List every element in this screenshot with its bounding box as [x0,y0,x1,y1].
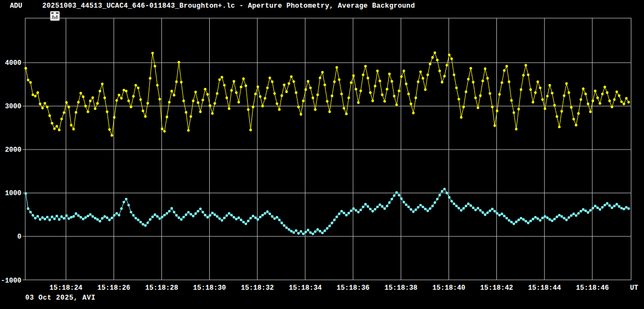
x-tick-label: 15:18:38 [384,284,417,292]
data-point [266,211,269,213]
data-point [41,107,44,109]
data-point [182,216,185,218]
data-point [80,216,82,219]
data-point [494,210,496,213]
data-point [226,97,228,100]
plot-border [25,18,631,280]
data-point [27,79,30,81]
data-point [383,100,386,103]
data-point [53,218,56,220]
data-point [369,91,372,94]
data-point [122,89,125,91]
data-point [362,206,365,208]
data-point [101,217,104,220]
data-point [357,101,360,104]
x-tick-label: 15:18:34 [289,284,322,292]
data-point [431,205,434,207]
x-tick-label: 15:18:42 [480,284,513,292]
series-line [26,53,629,136]
data-point [501,213,503,216]
data-point [462,207,465,210]
data-point [204,88,206,91]
data-point [206,93,209,96]
data-point [175,214,178,217]
data-point [608,205,611,207]
data-point [620,101,623,103]
data-point [498,214,501,217]
data-point [63,217,65,220]
data-point [120,97,123,100]
data-point [214,213,216,216]
data-point [357,211,360,213]
data-point [467,202,470,205]
data-point [381,205,384,208]
data-point [96,102,99,105]
data-point [598,102,601,105]
data-point [558,214,561,217]
data-point [103,215,106,218]
data-point [240,86,243,89]
data-point [252,106,255,108]
data-point [448,196,451,199]
data-point [534,216,537,219]
data-point [283,84,285,86]
data-point [524,220,527,223]
data-point [379,80,382,82]
data-point [273,217,276,220]
data-point [75,111,77,114]
data-point [491,106,494,108]
data-point [603,86,606,89]
data-point [348,212,350,214]
data-point [197,101,199,104]
light-curve-plot[interactable]: 40003000200010000-100015:18:2415:18:2615… [0,0,644,309]
data-point [464,91,467,93]
data-point [46,216,49,218]
data-point [544,215,546,218]
data-point [412,211,415,213]
data-point [221,76,223,79]
data-point [431,56,434,59]
data-point [321,231,324,234]
x-tick-label: 15:18:36 [337,284,369,292]
data-point [139,98,142,101]
data-point [628,207,630,210]
data-point [371,210,374,213]
data-point [531,101,534,104]
data-point [273,92,276,95]
data-point [60,216,63,218]
data-point [422,77,424,80]
data-point [410,103,412,106]
data-point [374,85,377,87]
data-point [457,98,460,101]
data-point [520,217,523,219]
data-point [417,206,419,209]
data-point [43,102,46,104]
data-point [312,97,315,100]
data-point [152,52,154,54]
y-tick-label: 0 [17,233,21,241]
data-point [536,80,539,83]
data-point [247,220,250,223]
data-point [228,107,231,110]
data-point [281,222,283,224]
data-point [268,76,271,79]
data-point [216,92,219,95]
data-point [568,216,570,219]
data-point [513,223,516,225]
data-point [570,214,573,217]
data-point [135,217,137,219]
data-point [477,207,479,209]
data-point [36,215,39,218]
data-point [381,93,384,96]
data-point [307,80,310,83]
data-point [584,209,587,212]
data-point [615,91,618,93]
data-point [419,204,422,207]
data-point [527,74,530,76]
data-point [565,219,568,222]
data-point [508,80,511,83]
data-point [551,92,553,95]
data-point [506,65,508,68]
x-axis-unit-label: UT [630,284,639,292]
data-point [415,97,417,100]
